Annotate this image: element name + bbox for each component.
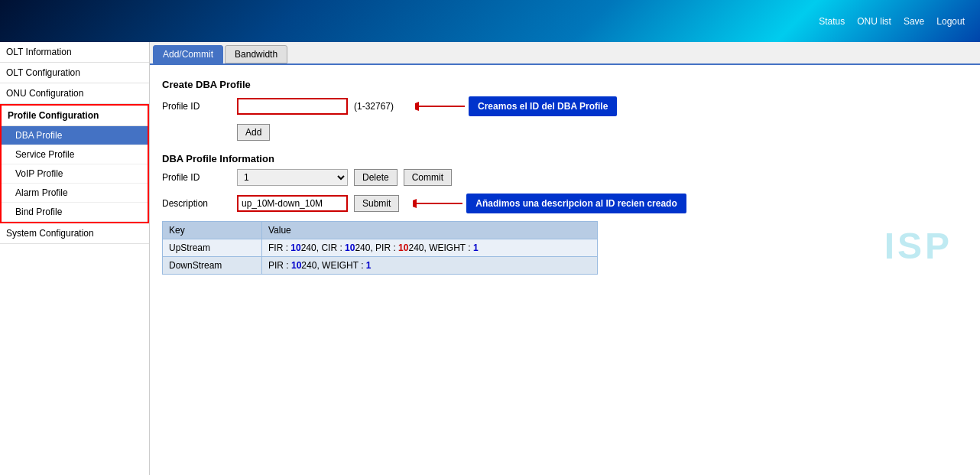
tab-bandwidth[interactable]: Bandwidth <box>225 45 287 63</box>
col-header-value: Value <box>261 222 597 239</box>
upstream-value: FIR : 10240, CIR : 10240, PIR : 10240, W… <box>261 239 597 257</box>
content-area: Create DBA Profile Profile ID (1-32767) <box>150 65 980 282</box>
profile-id-info-label: Profile ID <box>162 172 231 183</box>
upstream-pir-val: 10 <box>398 242 408 253</box>
main-content: Add/Commit Bandwidth Create DBA Profile … <box>150 42 980 475</box>
profile-id-hint: (1-32767) <box>354 101 394 112</box>
description-label: Description <box>162 198 231 209</box>
sidebar-item-dba-profile[interactable]: DBA Profile <box>2 126 148 145</box>
annotation-create: Creamos el ID del DBA Profile <box>415 95 617 118</box>
profile-id-select[interactable]: 1 2 3 <box>237 169 348 186</box>
add-button[interactable]: Add <box>237 124 270 141</box>
sidebar-item-olt-configuration[interactable]: OLT Configuration <box>0 63 149 83</box>
table-row: UpStream FIR : 10240, CIR : 10240, PIR :… <box>163 239 598 257</box>
annotation-description: Añadimos una descripcion al ID recien cr… <box>413 192 686 215</box>
add-btn-row: Add <box>162 124 617 141</box>
onu-list-link[interactable]: ONU list <box>857 16 891 27</box>
sidebar-item-alarm-profile[interactable]: Alarm Profile <box>2 184 148 203</box>
sidebar-item-voip-profile[interactable]: VoIP Profile <box>2 164 148 184</box>
profile-id-info-row: Profile ID 1 2 3 Delete Commit <box>162 169 968 186</box>
submit-button[interactable]: Submit <box>354 195 399 212</box>
col-header-key: Key <box>163 222 262 239</box>
profile-id-create-label: Profile ID <box>162 101 231 112</box>
description-row: Description Submit A <box>162 192 968 215</box>
status-link[interactable]: Status <box>819 16 845 27</box>
annotation-arrow-create <box>415 95 469 118</box>
header: Status ONU list Save Logout <box>0 0 980 42</box>
delete-button[interactable]: Delete <box>354 169 398 186</box>
profile-id-create-input[interactable] <box>237 98 348 115</box>
sidebar: OLT Information OLT Configuration ONU Co… <box>0 42 150 475</box>
downstream-weight-val: 1 <box>366 260 372 271</box>
table-row: DownStream PIR : 10240, WEIGHT : 1 <box>163 257 598 275</box>
info-profile-form: Profile ID 1 2 3 Delete Commit Descripti… <box>162 169 968 215</box>
sidebar-item-onu-configuration[interactable]: ONU Configuration <box>0 83 149 104</box>
create-profile-form: Profile ID (1-32767) <box>162 95 617 147</box>
table-section: Key Value UpStream FIR : 10240, CIR : 10… <box>162 221 968 275</box>
sidebar-item-bind-profile[interactable]: Bind Profile <box>2 203 148 222</box>
downstream-pir-val: 10 <box>291 260 301 271</box>
dba-profile-table: Key Value UpStream FIR : 10240, CIR : 10… <box>162 221 598 275</box>
sidebar-item-system-configuration[interactable]: System Configuration <box>0 223 149 244</box>
create-section-title: Create DBA Profile <box>162 79 968 90</box>
commit-button[interactable]: Commit <box>404 169 452 186</box>
sidebar-item-olt-information[interactable]: OLT Information <box>0 42 149 63</box>
save-link[interactable]: Save <box>904 16 924 27</box>
annotation-description-box: Añadimos una descripcion al ID recien cr… <box>466 194 686 213</box>
profile-configuration-label: Profile Configuration <box>2 106 148 126</box>
upstream-weight-val: 1 <box>473 242 479 253</box>
sidebar-item-service-profile[interactable]: Service Profile <box>2 145 148 164</box>
logout-link[interactable]: Logout <box>936 16 965 27</box>
tab-bar: Add/Commit Bandwidth <box>150 42 980 65</box>
downstream-value: PIR : 10240, WEIGHT : 1 <box>261 257 597 275</box>
info-section-title: DBA Profile Information <box>162 153 968 164</box>
profile-id-create-row: Profile ID (1-32767) <box>162 95 617 118</box>
downstream-key: DownStream <box>163 257 262 275</box>
header-nav: Status ONU list Save Logout <box>819 16 965 27</box>
tab-add-commit[interactable]: Add/Commit <box>153 45 223 63</box>
annotation-create-box: Creamos el ID del DBA Profile <box>469 96 617 116</box>
upstream-cir-val: 10 <box>345 242 355 253</box>
upstream-fir-val: 10 <box>290 242 300 253</box>
annotation-arrow-description <box>413 192 466 215</box>
profile-config-section: Profile Configuration DBA Profile Servic… <box>0 104 149 223</box>
description-input[interactable] <box>237 195 348 212</box>
layout: OLT Information OLT Configuration ONU Co… <box>0 42 980 475</box>
watermark: ISP <box>884 225 952 267</box>
upstream-key: UpStream <box>163 239 262 257</box>
